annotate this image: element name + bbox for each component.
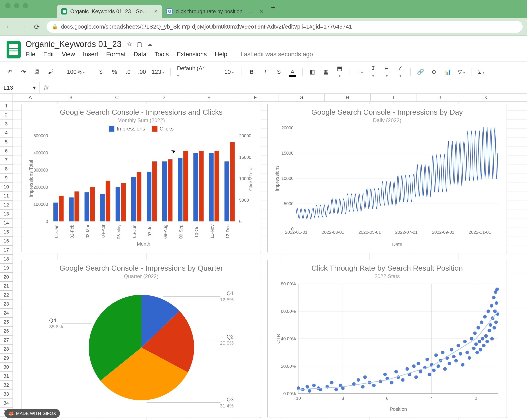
font-select[interactable]: Default (Ari… <box>177 65 212 79</box>
filter-icon[interactable]: ▽ <box>458 68 465 75</box>
comment-icon[interactable]: ⊕ <box>430 68 438 75</box>
row-header[interactable]: 1 <box>0 101 12 111</box>
row-header[interactable]: 18 <box>0 254 12 264</box>
decrease-decimal-icon[interactable]: .0 <box>124 68 132 75</box>
forward-button[interactable]: → <box>18 23 27 31</box>
row-header[interactable]: 20 <box>0 273 12 282</box>
row-header[interactable]: 32 <box>0 381 12 390</box>
row-header[interactable]: 4 <box>0 129 12 137</box>
close-icon[interactable]: × <box>260 8 263 15</box>
print-icon[interactable]: 🖶 <box>33 68 41 75</box>
row-header[interactable]: 17 <box>0 246 12 254</box>
row-header[interactable]: 22 <box>0 291 12 300</box>
col-header[interactable]: J <box>417 94 463 101</box>
chart-impressions-clicks[interactable]: Google Search Console - Impressions and … <box>22 104 261 253</box>
col-header[interactable]: I <box>371 94 417 101</box>
last-edit-link[interactable]: Last edit was seconds ago <box>241 51 313 58</box>
strike-icon[interactable]: S <box>275 68 283 75</box>
zoom-select[interactable]: 100% <box>67 68 85 75</box>
new-tab-button[interactable]: + <box>271 3 275 12</box>
menu-insert[interactable]: Insert <box>83 51 98 58</box>
borders-icon[interactable]: ▦ <box>322 68 330 75</box>
close-icon[interactable]: × <box>154 8 158 15</box>
row-header[interactable]: 28 <box>0 345 12 354</box>
col-header[interactable]: B <box>48 94 94 101</box>
menu-help[interactable]: Help <box>215 51 228 58</box>
menu-view[interactable]: View <box>62 51 75 58</box>
sheets-logo-icon[interactable] <box>7 41 21 58</box>
col-header[interactable]: F <box>232 94 278 101</box>
menu-format[interactable]: Format <box>106 51 126 58</box>
row-header[interactable]: 34 <box>0 399 12 408</box>
row-header[interactable]: 26 <box>0 327 12 336</box>
menu-data[interactable]: Data <box>133 51 146 58</box>
chart-impressions-by-quarter[interactable]: Google Search Console - Impressions by Q… <box>22 260 261 418</box>
row-header[interactable]: 6 <box>0 146 12 155</box>
wrap-icon[interactable]: ↵ <box>383 65 391 79</box>
chart-impressions-by-day[interactable]: Google Search Console - Impressions by D… <box>267 104 507 253</box>
text-color-icon[interactable]: A <box>289 68 296 75</box>
number-format-select[interactable]: 123 <box>152 68 164 75</box>
v-align-icon[interactable]: ↧ <box>370 65 377 79</box>
row-header[interactable]: 9 <box>0 174 12 183</box>
col-header[interactable]: D <box>140 94 186 101</box>
row-header[interactable]: 23 <box>0 300 12 309</box>
row-header[interactable]: 15 <box>0 228 12 237</box>
traffic-close[interactable] <box>5 3 11 8</box>
row-header[interactable]: 8 <box>0 165 12 174</box>
row-header[interactable]: 3 <box>0 120 12 129</box>
bold-icon[interactable]: B <box>248 68 255 75</box>
traffic-min[interactable] <box>14 3 19 8</box>
redo-icon[interactable]: ↷ <box>20 68 27 75</box>
percent-icon[interactable]: % <box>111 68 118 75</box>
reload-button[interactable]: ⟳ <box>33 23 41 31</box>
row-header[interactable]: 19 <box>0 264 12 273</box>
row-header[interactable]: 29 <box>0 354 12 363</box>
row-header[interactable]: 25 <box>0 318 12 327</box>
row-header[interactable]: 12 <box>0 200 12 210</box>
row-header[interactable]: 16 <box>0 237 12 246</box>
menu-file[interactable]: File <box>25 51 35 58</box>
col-header[interactable]: K <box>463 94 509 101</box>
fill-color-icon[interactable]: ◧ <box>309 68 316 75</box>
spreadsheet-grid[interactable]: ABCDEFGHIJK 1234567891011121314151617181… <box>0 94 527 420</box>
traffic-max[interactable] <box>23 3 28 8</box>
font-size-select[interactable]: 10 <box>224 68 235 75</box>
merge-icon[interactable]: ⬒ <box>336 65 343 79</box>
row-header[interactable]: 24 <box>0 309 12 318</box>
browser-tab-2[interactable]: G click through rate by position - … × <box>162 5 267 18</box>
cloud-icon[interactable]: ☁ <box>147 41 153 48</box>
row-header[interactable]: 5 <box>0 137 12 146</box>
link-icon[interactable]: 🔗 <box>417 68 424 75</box>
undo-icon[interactable]: ↶ <box>6 68 14 75</box>
chart-ctr-by-position[interactable]: Click Through Rate by Search Result Posi… <box>267 260 507 418</box>
currency-icon[interactable]: $ <box>97 68 105 75</box>
row-header[interactable]: 33 <box>0 390 12 399</box>
address-bar[interactable]: 🔒 docs.google.com/spreadsheets/d/1S2Q_yb… <box>46 21 523 33</box>
browser-tab-1[interactable]: ▦ Organic_Keywords 01_23 - Go… × <box>57 5 162 18</box>
menu-edit[interactable]: Edit <box>43 51 54 58</box>
paint-format-icon[interactable]: 🖌 <box>47 68 55 75</box>
chart-icon[interactable]: 📊 <box>444 68 451 75</box>
col-header[interactable]: C <box>94 94 140 101</box>
menu-extensions[interactable]: Extensions <box>177 51 207 58</box>
italic-icon[interactable]: I <box>262 68 269 75</box>
functions-icon[interactable]: Σ <box>478 68 485 75</box>
row-header[interactable]: 21 <box>0 282 12 291</box>
row-header[interactable]: 14 <box>0 219 12 228</box>
name-box[interactable]: L13▾ <box>0 82 40 93</box>
move-icon[interactable]: ▢ <box>137 41 142 48</box>
row-header[interactable]: 10 <box>0 183 12 192</box>
row-header[interactable]: 31 <box>0 372 12 381</box>
star-icon[interactable]: ☆ <box>127 41 132 48</box>
row-header[interactable]: 30 <box>0 363 12 372</box>
col-header[interactable]: G <box>278 94 325 101</box>
col-header[interactable]: H <box>325 94 371 101</box>
col-header[interactable]: A <box>13 94 48 101</box>
row-header[interactable]: 2 <box>0 111 12 120</box>
row-header[interactable]: 7 <box>0 155 12 165</box>
row-header[interactable]: 11 <box>0 192 12 200</box>
increase-decimal-icon[interactable]: .00 <box>138 68 146 75</box>
rotate-icon[interactable]: ∠ <box>397 65 404 79</box>
row-header[interactable]: 27 <box>0 336 12 345</box>
